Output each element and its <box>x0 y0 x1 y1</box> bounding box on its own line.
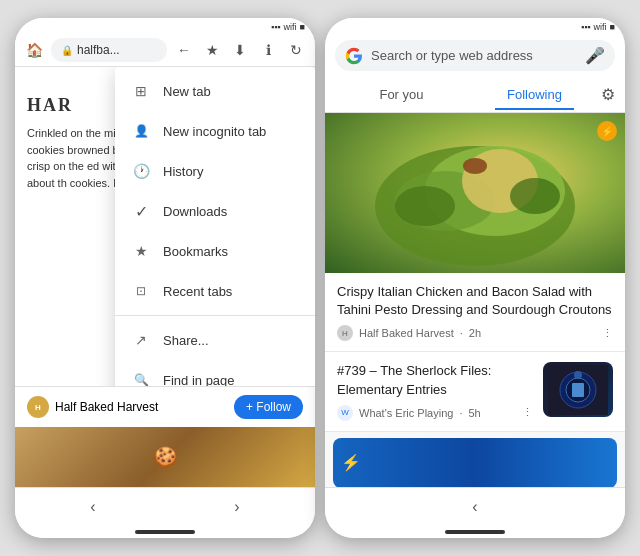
menu-item-incognito[interactable]: 👤 New incognito tab <box>115 111 315 151</box>
menu-label-history: History <box>163 164 203 179</box>
signal-icon: ▪▪▪ <box>271 22 281 32</box>
forward-button[interactable]: ← <box>173 39 195 61</box>
google-logo <box>345 47 363 65</box>
menu-label-incognito: New incognito tab <box>163 124 266 139</box>
more-button-1[interactable]: ⋮ <box>602 327 613 340</box>
content-area: — HALF — HAR Crinkled on the middle, and… <box>15 67 315 386</box>
svg-point-6 <box>510 178 560 214</box>
svg-point-5 <box>395 186 455 226</box>
dropdown-menu: ⊞ New tab 👤 New incognito tab 🕐 History … <box>115 67 315 386</box>
info-button[interactable]: ℹ <box>257 39 279 61</box>
tab-following[interactable]: Following <box>468 79 601 110</box>
svg-rect-13 <box>572 383 584 397</box>
menu-label-bookmarks: Bookmarks <box>163 244 228 259</box>
secure-icon: 🔒 <box>61 45 73 56</box>
article-meta-2: W What's Eric Playing · 5h ⋮ <box>337 405 533 421</box>
url-text: halfba... <box>77 43 120 57</box>
tabs-bar: For you Following ⚙ <box>325 77 625 113</box>
menu-item-find[interactable]: 🔍 Find in page <box>115 360 315 386</box>
refresh-button[interactable]: ↻ <box>285 39 307 61</box>
home-button[interactable]: 🏠 <box>23 39 45 61</box>
left-phone: ▪▪▪ wifi ■ 🏠 🔒 halfba... ← ★ ⬇ ℹ ↻ — HAL… <box>15 18 315 538</box>
thumb-illustration <box>548 365 608 415</box>
bottom-nav-left: ‹ › <box>15 487 315 526</box>
follow-button[interactable]: + Follow <box>234 395 303 419</box>
lightning-badge: ⚡ <box>597 121 617 141</box>
bottom-nav-right: ‹ <box>325 487 625 526</box>
article-card-1[interactable]: Crispy Italian Chicken and Bacon Salad w… <box>325 273 625 352</box>
article-card-2[interactable]: #739 – The Sherlock Files: Elementary En… <box>325 352 625 431</box>
image-icon: 🍪 <box>153 445 178 469</box>
forward-button-left[interactable]: › <box>214 494 259 520</box>
brand-icon: H <box>27 396 49 418</box>
menu-label-find: Find in page <box>163 373 235 387</box>
bottom-image-strip: 🍪 <box>15 427 315 487</box>
menu-item-recent-tabs[interactable]: ⊡ Recent tabs <box>115 271 315 311</box>
source-name-1: Half Baked Harvest <box>359 327 454 339</box>
card-lightning: ⚡ <box>341 453 361 472</box>
search-bar[interactable]: Search or type web address 🎤 <box>335 40 615 71</box>
menu-label-new-tab: New tab <box>163 84 211 99</box>
brand-name: Half Baked Harvest <box>55 400 158 414</box>
svg-point-8 <box>463 158 487 174</box>
article-title-2: #739 – The Sherlock Files: Elementary En… <box>337 362 533 398</box>
star-button[interactable]: ★ <box>201 39 223 61</box>
article-time-2: 5h <box>468 407 480 419</box>
wifi-icon-right: wifi <box>594 22 607 32</box>
menu-item-history[interactable]: 🕐 History <box>115 151 315 191</box>
status-bar-left: ▪▪▪ wifi ■ <box>15 18 315 34</box>
hero-img-content <box>325 113 625 273</box>
recent-tabs-icon: ⊡ <box>131 281 151 301</box>
bottom-card[interactable]: ⚡ <box>333 438 617 487</box>
home-indicator-left <box>15 526 315 538</box>
share-icon: ↗ <box>131 330 151 350</box>
back-button-right[interactable]: ‹ <box>452 494 497 520</box>
menu-item-bookmarks[interactable]: ★ Bookmarks <box>115 231 315 271</box>
incognito-icon: 👤 <box>131 121 151 141</box>
tab-for-you[interactable]: For you <box>335 79 468 110</box>
back-button-left[interactable]: ‹ <box>70 494 115 520</box>
article-row-2: #739 – The Sherlock Files: Elementary En… <box>337 362 613 420</box>
article-thumb-2 <box>543 362 613 417</box>
status-bar-right: ▪▪▪ wifi ■ <box>325 18 625 34</box>
home-bar-left <box>135 530 195 534</box>
battery-icon: ■ <box>300 22 305 32</box>
url-bar[interactable]: 🔒 halfba... <box>51 38 167 62</box>
article-text-2: #739 – The Sherlock Files: Elementary En… <box>337 362 533 420</box>
menu-divider-1 <box>115 315 315 316</box>
svg-point-14 <box>574 371 582 379</box>
menu-label-downloads: Downloads <box>163 204 227 219</box>
dot-separator-1: · <box>460 327 463 339</box>
tab-for-you-label: For you <box>379 87 423 102</box>
signal-icon-right: ▪▪▪ <box>581 22 591 32</box>
home-indicator-right <box>325 526 625 538</box>
menu-item-new-tab[interactable]: ⊞ New tab <box>115 71 315 111</box>
follow-brand: H Half Baked Harvest <box>27 396 158 418</box>
search-placeholder[interactable]: Search or type web address <box>371 48 577 63</box>
address-bar: 🏠 🔒 halfba... ← ★ ⬇ ℹ ↻ <box>15 34 315 67</box>
status-icons-right: ▪▪▪ wifi ■ <box>581 22 615 32</box>
source-icon-2: W <box>337 405 353 421</box>
mic-icon[interactable]: 🎤 <box>585 46 605 65</box>
lightning-icon: ⚡ <box>601 126 613 137</box>
menu-item-downloads[interactable]: ✓ Downloads <box>115 191 315 231</box>
download-button[interactable]: ⬇ <box>229 39 251 61</box>
source-name-2: What's Eric Playing <box>359 407 453 419</box>
menu-label-recent-tabs: Recent tabs <box>163 284 232 299</box>
bottom-card-img: ⚡ <box>333 438 617 487</box>
feed-area: ⚡ Crispy Italian Chicken and Bacon Salad… <box>325 113 625 487</box>
more-button-2[interactable]: ⋮ <box>522 406 533 419</box>
follow-bar: H Half Baked Harvest + Follow <box>15 386 315 427</box>
dot-separator-2: · <box>459 407 462 419</box>
article-meta-1: H Half Baked Harvest · 2h ⋮ <box>337 325 613 341</box>
new-tab-icon: ⊞ <box>131 81 151 101</box>
source-icon-1: H <box>337 325 353 341</box>
salad-illustration <box>345 116 605 271</box>
tab-following-label: Following <box>507 87 562 102</box>
bookmarks-icon: ★ <box>131 241 151 261</box>
menu-item-share[interactable]: ↗ Share... <box>115 320 315 360</box>
find-icon: 🔍 <box>131 370 151 386</box>
settings-button[interactable]: ⚙ <box>601 85 615 104</box>
downloads-icon: ✓ <box>131 201 151 221</box>
menu-label-share: Share... <box>163 333 209 348</box>
